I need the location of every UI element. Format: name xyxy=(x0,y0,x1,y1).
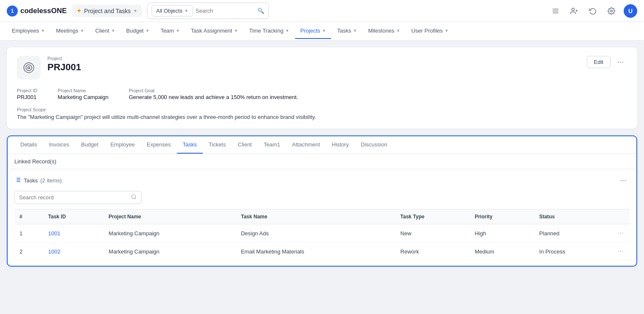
col-priority: Priority xyxy=(470,209,534,224)
chevron-down-icon: ▼ xyxy=(285,28,289,33)
tab-client[interactable]: Client xyxy=(232,136,258,154)
chevron-down-icon: ▼ xyxy=(176,28,180,33)
tab-discussion[interactable]: Discussion xyxy=(355,136,393,154)
logo-icon: 1 xyxy=(7,6,18,17)
col-task-type: Task Type xyxy=(395,209,470,224)
project-card: Project PRJ001 Edit ··· Project ID PRJ00… xyxy=(7,47,637,129)
chevron-down-icon: ▼ xyxy=(396,28,401,33)
tab-tickets[interactable]: Tickets xyxy=(203,136,232,154)
nav-tasks[interactable]: Tasks ▼ xyxy=(332,23,362,39)
project-meta: Project ID PRJ001 Project Name Marketing… xyxy=(17,88,627,100)
project-name-field: Project Name Marketing Campaign xyxy=(58,88,108,100)
svg-point-9 xyxy=(28,67,30,69)
task-id-link[interactable]: 1002 xyxy=(48,248,61,255)
target-icon xyxy=(23,62,35,74)
chevron-down-icon: ▼ xyxy=(145,28,149,33)
col-actions xyxy=(613,209,630,224)
global-search-input[interactable] xyxy=(196,8,255,14)
tasks-more-button[interactable]: ··· xyxy=(616,174,630,187)
cell-project-name: Marketing Campaign xyxy=(104,224,236,242)
settings-icon[interactable] xyxy=(605,5,618,17)
tab-team1[interactable]: Team1 xyxy=(258,136,286,154)
row-more-button[interactable]: ··· xyxy=(618,248,623,255)
cell-task-name: Email Marketing Materials xyxy=(236,242,395,261)
cell-status: Planned xyxy=(534,224,613,242)
tab-invoices[interactable]: Invoices xyxy=(43,136,75,154)
chevron-down-icon: ▼ xyxy=(234,28,238,33)
project-scope-label: Project Scope xyxy=(17,107,627,112)
project-nav-icon: ✦ xyxy=(76,7,82,15)
history-icon[interactable] xyxy=(586,5,599,17)
nav-employees-label: Employees xyxy=(12,28,39,34)
tab-employee[interactable]: Employee xyxy=(105,136,141,154)
svg-point-3 xyxy=(572,8,574,11)
nav-task-assignment[interactable]: Task Assignment ▼ xyxy=(186,23,243,39)
chevron-down-icon: ▼ xyxy=(80,28,84,33)
nav-budget[interactable]: Budget ▼ xyxy=(121,23,155,39)
project-id-label: Project ID xyxy=(17,88,37,93)
table-header-row: # Task ID Project Name Task Name Task Ty… xyxy=(14,209,630,224)
linked-records-label: Linked Record(s) xyxy=(8,154,636,169)
svg-line-17 xyxy=(135,198,136,199)
task-id-link[interactable]: 1001 xyxy=(48,230,61,237)
cell-status: In Process xyxy=(534,242,613,261)
nav-team-label: Team xyxy=(160,28,174,34)
tab-details[interactable]: Details xyxy=(14,136,43,154)
nav-milestones[interactable]: Milestones ▼ xyxy=(363,23,405,39)
tasks-count: (2 items) xyxy=(40,177,62,184)
project-icon-box xyxy=(17,56,41,80)
tab-attachment[interactable]: Attachment xyxy=(286,136,326,154)
nav-time-tracking[interactable]: Time Tracking ▼ xyxy=(244,23,294,39)
project-scope-area: Project Scope The "Marketing Campaign" p… xyxy=(17,107,627,120)
tasks-content: Tasks (2 items) ··· # Task ID xyxy=(8,169,636,266)
tab-expenses[interactable]: Expenses xyxy=(141,136,177,154)
project-actions: Edit ··· xyxy=(587,56,627,68)
topbar: 1 codelessONE ✦ Project and Tasks ▼ All … xyxy=(0,0,644,22)
table-row: 2 1002 Marketing Campaign Email Marketin… xyxy=(14,242,630,261)
tab-tasks[interactable]: Tasks xyxy=(177,136,203,154)
project-name-value: Marketing Campaign xyxy=(58,94,108,100)
nav-client[interactable]: Client ▼ xyxy=(90,23,120,39)
project-scope-text: The "Marketing Campaign" project will ut… xyxy=(17,114,627,120)
add-user-icon[interactable] xyxy=(568,5,580,17)
cell-task-name: Design Ads xyxy=(236,224,395,242)
tasks-title-area: Tasks (2 items) xyxy=(14,176,62,185)
nav-meetings[interactable]: Meetings ▼ xyxy=(51,23,89,39)
tasks-table: # Task ID Project Name Task Name Task Ty… xyxy=(14,209,630,261)
app-logo[interactable]: 1 codelessONE xyxy=(7,6,67,17)
user-avatar[interactable]: U xyxy=(624,4,637,18)
nav-user-profiles-label: User Profiles xyxy=(411,28,442,34)
chevron-down-icon: ▼ xyxy=(133,8,138,13)
list-icon xyxy=(14,176,21,185)
tab-budget[interactable]: Budget xyxy=(75,136,104,154)
search-record-container xyxy=(14,191,141,204)
tasks-table-body: 1 1001 Marketing Campaign Design Ads New… xyxy=(14,224,630,261)
nav-user-profiles[interactable]: User Profiles ▼ xyxy=(406,23,453,39)
svg-point-6 xyxy=(611,10,613,12)
cell-task-id: 1001 xyxy=(43,224,104,242)
project-nav-button[interactable]: ✦ Project and Tasks ▼ xyxy=(72,5,142,17)
tasks-label: Tasks xyxy=(24,177,38,184)
nav-employees[interactable]: Employees ▼ xyxy=(7,23,50,39)
nav-client-label: Client xyxy=(95,28,109,34)
search-container: All Objects ▼ 🔍 xyxy=(147,3,269,19)
nav-team[interactable]: Team ▼ xyxy=(155,23,185,39)
edit-button[interactable]: Edit xyxy=(587,56,611,68)
col-project-name: Project Name xyxy=(104,209,236,224)
all-objects-button[interactable]: All Objects ▼ xyxy=(152,5,193,17)
chevron-down-icon: ▼ xyxy=(111,28,115,33)
rows-icon[interactable] xyxy=(549,5,562,17)
nav-budget-label: Budget xyxy=(126,28,144,34)
svg-point-16 xyxy=(132,195,135,198)
cell-priority: High xyxy=(470,224,534,242)
nav-projects[interactable]: Projects ▼ xyxy=(295,23,331,39)
tab-history[interactable]: History xyxy=(326,136,355,154)
more-options-button[interactable]: ··· xyxy=(614,56,627,68)
project-id-value: PRJ001 xyxy=(17,94,36,100)
logo-text: codelessONE xyxy=(20,7,67,15)
col-task-id: Task ID xyxy=(43,209,104,224)
row-more-button[interactable]: ··· xyxy=(618,229,623,237)
search-record-input[interactable] xyxy=(19,194,128,201)
svg-point-8 xyxy=(26,65,32,71)
search-icon: 🔍 xyxy=(257,8,264,14)
